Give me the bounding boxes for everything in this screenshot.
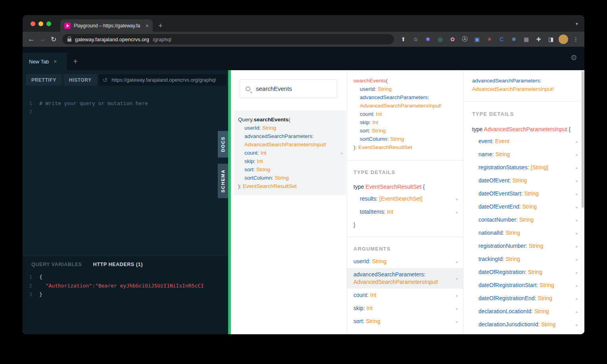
expand-chevron-icon: ▸ <box>576 164 578 171</box>
doc-field-row[interactable]: registrationStatuses: [String]▸ <box>463 161 584 174</box>
new-tab-button[interactable]: + <box>158 22 163 29</box>
expand-chevron-icon: ▸ <box>456 275 458 282</box>
window-minimize-button[interactable] <box>38 21 43 26</box>
url-host: gateway.farajaland.opencrvs.org <box>75 36 149 42</box>
tab-query-variables[interactable]: QUERY VARIABLES <box>31 262 82 267</box>
expand-chevron-icon: ▸ <box>456 258 458 265</box>
expand-chevron-icon: ▸ <box>576 295 578 302</box>
browser-window: Playground – https://gateway.fa × + ▾ ← … <box>23 15 584 334</box>
doc-field-row[interactable]: nationalId: String▸ <box>463 226 584 239</box>
expand-chevron-icon: ▸ <box>576 282 578 289</box>
docs-field-column: searchEvents(userId: StringadvancedSearc… <box>347 70 463 334</box>
code-line: 1# Write your query or mutation here <box>23 99 228 107</box>
extension-icon-7[interactable]: C <box>496 34 507 44</box>
code-line: 2 "Authorization":"Bearer eyJhbGciOiJSUz… <box>23 282 228 290</box>
doc-field-row[interactable]: declarationJurisdictionId: String▸ <box>463 318 584 331</box>
profile-avatar[interactable] <box>559 34 568 44</box>
doc-field-row[interactable]: advancedSearchParameters:AdvancedSearchP… <box>347 268 463 289</box>
url-path: /graphql <box>153 36 171 42</box>
schema-tab[interactable]: SCHEMA <box>218 164 228 198</box>
expand-chevron-icon: ▸ <box>456 305 458 312</box>
doc-field-row[interactable]: contactNumber: String▸ <box>463 213 584 226</box>
browser-tab[interactable]: Playground – https://gateway.fa × <box>60 19 153 32</box>
docs-scrollbar <box>581 70 584 334</box>
type-details-heading: TYPE DETAILS <box>347 161 463 178</box>
menu-kebab-icon[interactable]: ⋮ <box>571 34 581 44</box>
variables-panel: QUERY VARIABLES HTTP HEADERS (1) 1{2 "Au… <box>23 256 228 334</box>
doc-field-row[interactable]: dateOfEvent: String▸ <box>463 174 584 187</box>
doc-field-row[interactable]: dateOfRegistrationStart: String▸ <box>463 279 584 292</box>
expand-chevron-icon: ▸ <box>576 177 578 184</box>
extension-icon-6[interactable]: ✳ <box>484 34 495 44</box>
doc-field-row[interactable]: userId: String▸ <box>347 255 463 268</box>
extension-icon-4[interactable]: Ⓐ <box>459 34 470 44</box>
history-button[interactable]: HISTORY <box>63 74 97 86</box>
doc-field-row[interactable]: registrationNumber: String▸ <box>463 239 584 253</box>
extension-icon-10[interactable]: ✚ <box>533 34 544 44</box>
tab-http-headers[interactable]: HTTP HEADERS (1) <box>93 262 143 267</box>
expand-chevron-icon: ▸ <box>576 268 578 276</box>
headers-editor-lines: 1{2 "Authorization":"Bearer eyJhbGciOiJS… <box>23 273 228 299</box>
extension-icon-9[interactable]: ▦ <box>521 34 532 44</box>
split-view-icon[interactable]: ◨ <box>546 34 556 44</box>
doc-field-row[interactable]: declarationLocationId: String▸ <box>463 305 584 318</box>
doc-field-row[interactable]: name: String▸ <box>463 148 584 161</box>
forward-icon[interactable]: → <box>37 35 48 43</box>
doc-field-row[interactable]: sort: String▸ <box>347 315 463 328</box>
doc-field-row[interactable]: results: [EventSearchSet]▸ <box>347 192 463 205</box>
arguments-heading: ARGUMENTS <box>347 237 463 255</box>
back-icon[interactable]: ← <box>26 35 37 43</box>
playground-tab[interactable]: New Tab × <box>23 53 67 70</box>
expand-chevron-icon: ▸ <box>576 203 578 211</box>
http-headers-editor[interactable]: 1{2 "Authorization":"Bearer eyJhbGciOiJS… <box>23 273 228 299</box>
query-editor[interactable]: 1# Write your query or mutation here2 <box>23 90 228 256</box>
reload-schema-icon[interactable]: ↺ <box>103 77 108 84</box>
expand-chevron-icon: ▸ <box>576 229 578 237</box>
extension-icon-1[interactable]: ✱ <box>423 34 433 44</box>
doc-field-row[interactable]: dateOfRegistrationEnd: String▸ <box>463 292 584 305</box>
extension-icon-8[interactable]: ❄ <box>509 34 519 44</box>
playground-tab-close-icon[interactable]: × <box>54 58 57 65</box>
doc-field-row[interactable]: event: Event▸ <box>463 135 584 148</box>
expand-chevron-icon: ▸ <box>456 318 458 325</box>
doc-field-row[interactable]: trackingId: String▸ <box>463 253 584 266</box>
extension-icon-3[interactable]: ✿ <box>447 34 458 44</box>
docs-search-box[interactable] <box>240 79 337 98</box>
scrollbar-thumb[interactable] <box>582 71 584 208</box>
doc-field-row[interactable]: dateOfEventEnd: String▸ <box>463 200 584 213</box>
window-zoom-button[interactable] <box>46 21 51 26</box>
bookmark-star-icon[interactable]: ☆ <box>410 34 421 44</box>
playground-new-tab-button[interactable]: + <box>67 53 84 70</box>
share-icon[interactable]: ⬆ <box>398 34 409 44</box>
window-controls <box>31 21 51 26</box>
prettify-button[interactable]: PRETTIFY <box>26 74 62 86</box>
code-line: 2 <box>23 107 228 116</box>
search-icon <box>246 86 250 91</box>
extension-icon-5[interactable]: ▣ <box>472 34 482 44</box>
search-result-item[interactable]: Query.searchEvents(userId: Stringadvance… <box>234 111 346 195</box>
endpoint-input[interactable] <box>111 77 222 83</box>
window-close-button[interactable] <box>31 21 35 26</box>
tab-close-icon[interactable]: × <box>146 23 149 29</box>
endpoint-url-bar[interactable]: ↺ <box>99 74 226 86</box>
col3-header-text: advancedSearchParameters:AdvancedSearchP… <box>463 70 584 102</box>
docs-search-input[interactable] <box>255 85 331 92</box>
address-bar[interactable]: gateway.farajaland.opencrvs.org/graphql <box>62 34 394 44</box>
extension-icon-2[interactable]: ◎ <box>435 34 446 44</box>
doc-field-row[interactable]: dateOfEventStart: String▸ <box>463 187 584 200</box>
docs-type-column: advancedSearchParameters:AdvancedSearchP… <box>463 70 584 334</box>
expand-chevron-icon: ▸ <box>576 321 578 328</box>
pane-resizer[interactable] <box>228 70 231 334</box>
doc-field-row[interactable]: dateOfRegistration: String▸ <box>463 266 584 279</box>
query-editor-lines: 1# Write your query or mutation here2 <box>23 99 228 116</box>
expand-chevron-icon: ▸ <box>576 138 578 145</box>
doc-field-row[interactable]: totalItems: Int▸ <box>347 205 463 218</box>
docs-search-result: Query.searchEvents(userId: Stringadvance… <box>238 115 342 190</box>
browser-tab-strip: Playground – https://gateway.fa × + ▾ <box>23 15 584 32</box>
docs-tab[interactable]: DOCS <box>218 131 228 157</box>
doc-field-row[interactable]: skip: Int▸ <box>347 302 463 315</box>
doc-field-row[interactable]: count: Int▸ <box>347 289 463 302</box>
settings-gear-icon[interactable]: ⚙ <box>571 53 577 62</box>
tab-search-chevron-icon[interactable]: ▾ <box>576 21 578 27</box>
reload-icon[interactable]: ↻ <box>48 35 59 44</box>
